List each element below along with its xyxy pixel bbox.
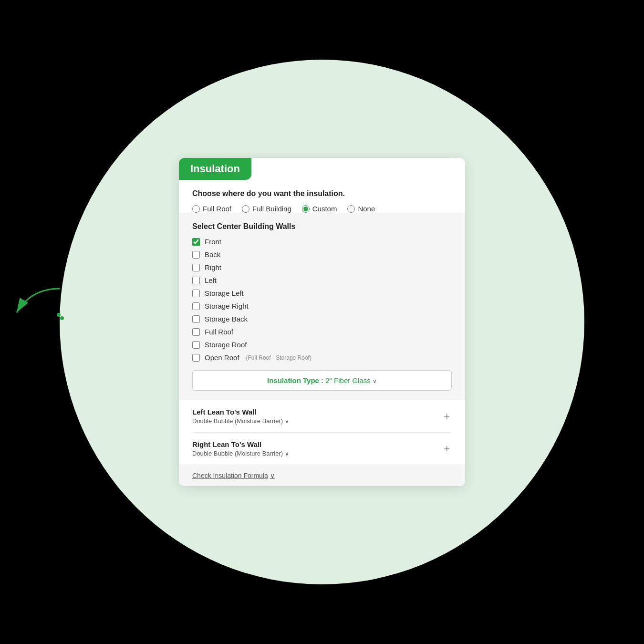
checkbox-storage-left-label: Storage Left: [205, 289, 244, 297]
checkbox-storage-roof-input[interactable]: [192, 341, 200, 349]
lean-to-section: Left Lean To's Wall Double Bubble (Moist…: [179, 400, 465, 465]
left-lean-to-info: Left Lean To's Wall Double Bubble (Moist…: [192, 408, 289, 425]
radio-full-roof-input[interactable]: [192, 205, 200, 213]
checkbox-open-roof-input[interactable]: [192, 354, 200, 362]
insulation-question: Choose where do you want the insulation.: [192, 189, 452, 198]
radio-none-label: None: [358, 205, 375, 213]
insulation-radio-group: Full Roof Full Building Custom None: [192, 205, 452, 213]
checkbox-back-label: Back: [205, 250, 220, 259]
check-formula-button[interactable]: Check Insulation Formula ∨: [192, 472, 275, 479]
right-lean-to-plus-button[interactable]: +: [442, 444, 452, 454]
radio-full-building-input[interactable]: [242, 205, 249, 213]
insulation-card: Insulation Choose where do you want the …: [179, 158, 465, 486]
checkbox-front[interactable]: Front: [192, 238, 452, 246]
card-footer: Check Insulation Formula ∨: [179, 465, 465, 486]
checkbox-open-roof-label: Open Roof: [205, 353, 239, 362]
insulation-type-value-text: 2" Fiber Glass: [325, 376, 371, 384]
checkbox-storage-left-input[interactable]: [192, 290, 200, 297]
background-circle: Insulation Choose where do you want the …: [60, 60, 584, 584]
radio-none-input[interactable]: [347, 205, 355, 213]
right-lean-to-caret: ∨: [285, 450, 289, 457]
check-formula-caret: ∨: [270, 472, 275, 479]
checkbox-open-roof[interactable]: Open Roof (Full Roof - Storage Roof): [192, 353, 452, 362]
checkbox-storage-left[interactable]: Storage Left: [192, 289, 452, 297]
checkbox-list: Front Back Right Left Storage Left: [192, 238, 452, 362]
checkbox-front-input[interactable]: [192, 238, 200, 246]
checkbox-storage-roof-label: Storage Roof: [205, 341, 247, 349]
left-lean-to-row: Left Lean To's Wall Double Bubble (Moist…: [192, 400, 452, 433]
checkbox-full-roof-label: Full Roof: [205, 328, 233, 336]
radio-section: Choose where do you want the insulation.…: [179, 180, 465, 213]
right-lean-to-sub-text: Double Bubble (Moisture Barrier): [192, 450, 283, 457]
left-lean-to-sub: Double Bubble (Moisture Barrier) ∨: [192, 417, 289, 425]
radio-none[interactable]: None: [347, 205, 375, 213]
open-roof-note: (Full Roof - Storage Roof): [246, 354, 312, 361]
checkbox-left[interactable]: Left: [192, 276, 452, 284]
right-lean-to-info: Right Lean To's Wall Double Bubble (Mois…: [192, 440, 289, 457]
card-header: Insulation: [179, 158, 251, 180]
left-lean-to-plus-button[interactable]: +: [442, 411, 452, 422]
checkbox-storage-back-label: Storage Back: [205, 315, 248, 323]
checkbox-storage-right-label: Storage Right: [205, 302, 249, 310]
checkbox-back-input[interactable]: [192, 251, 200, 259]
checkbox-right-label: Right: [205, 263, 221, 271]
radio-custom[interactable]: Custom: [302, 205, 337, 213]
checkbox-full-roof-input[interactable]: [192, 328, 200, 336]
left-lean-to-sub-text: Double Bubble (Moisture Barrier): [192, 417, 283, 425]
arrow-annotation: [2, 284, 64, 322]
svg-point-2: [60, 316, 64, 320]
radio-full-roof[interactable]: Full Roof: [192, 205, 231, 213]
check-formula-label: Check Insulation Formula: [192, 472, 268, 479]
right-lean-to-row: Right Lean To's Wall Double Bubble (Mois…: [192, 433, 452, 465]
card-title: Insulation: [190, 163, 240, 175]
radio-full-building-label: Full Building: [252, 205, 291, 213]
radio-full-building[interactable]: Full Building: [242, 205, 291, 213]
radio-custom-label: Custom: [312, 205, 337, 213]
checkbox-storage-back[interactable]: Storage Back: [192, 315, 452, 323]
radio-full-roof-label: Full Roof: [203, 205, 231, 213]
insulation-type-caret: ∨: [373, 378, 377, 384]
checkbox-left-label: Left: [205, 276, 217, 284]
insulation-type-label: Insulation Type :: [267, 376, 323, 384]
checkbox-back[interactable]: Back: [192, 250, 452, 259]
checkbox-storage-back-input[interactable]: [192, 315, 200, 323]
checkbox-right-input[interactable]: [192, 264, 200, 271]
checkbox-storage-right-input[interactable]: [192, 302, 200, 310]
checkbox-full-roof[interactable]: Full Roof: [192, 328, 452, 336]
radio-custom-input[interactable]: [302, 205, 310, 213]
right-lean-to-title: Right Lean To's Wall: [192, 440, 289, 448]
svg-point-1: [57, 313, 61, 317]
checkbox-right[interactable]: Right: [192, 263, 452, 271]
right-lean-to-sub: Double Bubble (Moisture Barrier) ∨: [192, 450, 289, 457]
left-lean-to-title: Left Lean To's Wall: [192, 408, 289, 416]
checkbox-left-input[interactable]: [192, 277, 200, 284]
walls-section-title: Select Center Building Walls: [192, 222, 452, 231]
checkbox-storage-roof[interactable]: Storage Roof: [192, 341, 452, 349]
walls-section: Select Center Building Walls Front Back …: [179, 213, 465, 400]
left-lean-to-caret: ∨: [285, 418, 289, 425]
checkbox-storage-right[interactable]: Storage Right: [192, 302, 452, 310]
checkbox-front-label: Front: [205, 238, 221, 246]
insulation-type-button[interactable]: Insulation Type : 2" Fiber Glass ∨: [192, 370, 452, 391]
